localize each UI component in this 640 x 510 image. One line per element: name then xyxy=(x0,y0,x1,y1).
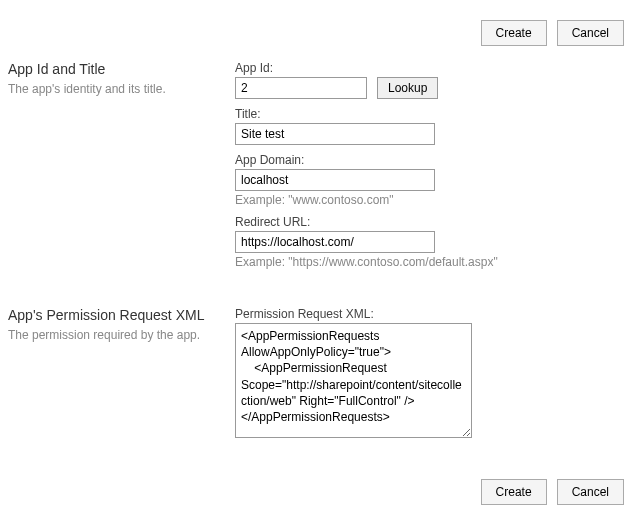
field-group-domain: App Domain: Example: "www.contoso.com" xyxy=(235,153,624,207)
appid-row: Lookup xyxy=(235,77,624,99)
redirect-hint: Example: "https://www.contoso.com/defaul… xyxy=(235,255,624,269)
appid-label: App Id: xyxy=(235,61,624,75)
title-input[interactable] xyxy=(235,123,435,145)
cancel-button[interactable]: Cancel xyxy=(557,20,624,46)
domain-hint: Example: "www.contoso.com" xyxy=(235,193,624,207)
section-left: App Id and Title The app's identity and … xyxy=(8,61,235,277)
title-label: Title: xyxy=(235,107,624,121)
field-group-xml: Permission Request XML: xyxy=(235,307,624,441)
section-title: App's Permission Request XML xyxy=(8,307,225,323)
section-right: App Id: Lookup Title: App Domain: Exampl… xyxy=(235,61,624,277)
domain-input[interactable] xyxy=(235,169,435,191)
field-group-title: Title: xyxy=(235,107,624,145)
top-button-row: Create Cancel xyxy=(8,20,624,46)
domain-label: App Domain: xyxy=(235,153,624,167)
section-left: App's Permission Request XML The permiss… xyxy=(8,307,235,449)
create-button[interactable]: Create xyxy=(481,20,547,46)
field-group-redirect: Redirect URL: Example: "https://www.cont… xyxy=(235,215,624,269)
section-right: Permission Request XML: xyxy=(235,307,624,449)
create-button[interactable]: Create xyxy=(481,479,547,505)
bottom-button-row: Create Cancel xyxy=(8,479,624,505)
lookup-button[interactable]: Lookup xyxy=(377,77,438,99)
section-app-id-title: App Id and Title The app's identity and … xyxy=(8,61,624,277)
appid-input[interactable] xyxy=(235,77,367,99)
field-group-appid: App Id: Lookup xyxy=(235,61,624,99)
cancel-button[interactable]: Cancel xyxy=(557,479,624,505)
xml-label: Permission Request XML: xyxy=(235,307,624,321)
section-desc: The app's identity and its title. xyxy=(8,81,225,98)
redirect-input[interactable] xyxy=(235,231,435,253)
section-permission-xml: App's Permission Request XML The permiss… xyxy=(8,307,624,449)
section-title: App Id and Title xyxy=(8,61,225,77)
redirect-label: Redirect URL: xyxy=(235,215,624,229)
xml-textarea[interactable] xyxy=(235,323,472,438)
section-desc: The permission required by the app. xyxy=(8,327,225,344)
